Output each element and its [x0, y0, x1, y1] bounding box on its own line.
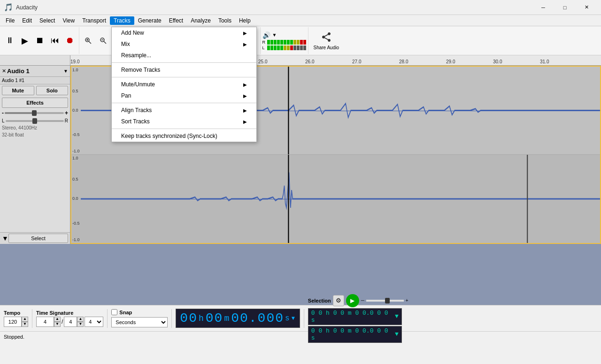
track-dropdown-icon[interactable]: ▼	[63, 68, 68, 74]
mix-arrow: ▶	[243, 42, 247, 47]
menu-analyze[interactable]: Analyze	[187, 16, 215, 25]
gain-slider-thumb[interactable]	[32, 110, 37, 116]
pan-slider-thumb[interactable]	[32, 118, 37, 124]
align-tracks-arrow: ▶	[243, 108, 247, 113]
tracks-dropdown-menu: Add New ▶ Mix ▶ Resample... Remove Track…	[111, 27, 257, 142]
menu-add-new[interactable]: Add New ▶	[112, 27, 256, 38]
time-m: 00	[206, 311, 223, 326]
record-button[interactable]: ⏺	[63, 34, 77, 48]
menu-keep-sync[interactable]: Keep tracks synchronized (Sync-Lock)	[112, 130, 256, 142]
minimize-button[interactable]: ─	[532, 0, 554, 15]
menu-separator-2	[112, 77, 256, 77]
time-m-label: m	[224, 314, 230, 323]
tempo-stepper-buttons: ▲ ▼	[22, 317, 28, 327]
meter-seg	[280, 40, 283, 45]
share-audio-button[interactable]: Share Audio	[310, 30, 343, 52]
zoom-out-button[interactable]	[96, 34, 110, 48]
tempo-input-group: ▲ ▼	[4, 317, 28, 327]
menu-select[interactable]: Select	[36, 16, 59, 25]
menu-tracks[interactable]: Tracks	[110, 16, 134, 25]
time-sig-den-stepper: ▲ ▼	[77, 317, 84, 327]
selection-slider-thumb[interactable]	[385, 298, 390, 303]
time-sig-den-dropdown[interactable]: 4 8 16	[85, 317, 103, 327]
menu-mute-unmute[interactable]: Mute/Unmute ▶	[112, 79, 256, 90]
sort-tracks-label: Sort Tracks	[121, 118, 150, 125]
mix-label: Mix	[121, 41, 130, 47]
skip-start-button[interactable]: ⏮	[48, 34, 62, 48]
maximize-button[interactable]: □	[554, 0, 576, 15]
time-h: 00	[180, 311, 198, 326]
svg-line-1	[89, 41, 91, 44]
time-dropdown-arrow[interactable]: ▼	[292, 315, 296, 322]
mute-unmute-arrow: ▶	[243, 82, 247, 87]
svg-line-5	[104, 41, 106, 44]
effects-button[interactable]: Effects	[2, 98, 68, 108]
selection-start-display[interactable]: 0 0 h 0 0 m 0 0.0 0 0 s ▼	[308, 308, 402, 325]
selection-minus-label: ─	[361, 298, 364, 303]
sel-end-text: 0 0 h 0 0 m 0 0.0 0 0 s	[311, 327, 395, 341]
ruler-label: 31.0	[540, 59, 549, 64]
snap-unit-dropdown[interactable]: Seconds Beats Measures	[111, 317, 168, 327]
meter-seg	[300, 46, 303, 50]
sel-start-arrow[interactable]: ▼	[395, 313, 399, 320]
menu-edit[interactable]: Edit	[18, 16, 36, 25]
menu-remove-tracks[interactable]: Remove Tracks	[112, 64, 256, 76]
y-label-m1: -1.0	[72, 149, 80, 153]
track-collapse-icon[interactable]: ▼	[2, 235, 8, 242]
status-bar: Stopped.	[0, 331, 601, 341]
track-close-icon[interactable]: ✕	[2, 68, 6, 74]
ruler-label: 28.0	[399, 59, 408, 64]
meter-seg	[287, 46, 290, 50]
meter-seg	[290, 40, 293, 45]
time-ms: .000	[249, 311, 284, 326]
play-button[interactable]: ▶	[18, 34, 32, 48]
menu-help[interactable]: Help	[235, 16, 254, 25]
tempo-input[interactable]	[4, 317, 22, 327]
time-sig-den-up[interactable]: ▲	[77, 317, 84, 322]
snap-label: Snap	[119, 310, 132, 315]
menu-tools[interactable]: Tools	[215, 16, 235, 25]
menu-view[interactable]: View	[59, 16, 78, 25]
snap-checkbox[interactable]	[111, 309, 117, 315]
zoom-in-button[interactable]	[81, 34, 95, 48]
selection-play-button[interactable]: ▶	[346, 294, 359, 307]
app-icon: 🎵	[4, 3, 13, 12]
time-sig-num-down[interactable]: ▼	[54, 322, 61, 327]
tempo-up-button[interactable]: ▲	[22, 317, 28, 322]
selection-end-display[interactable]: 0 0 h 0 0 m 0 0.0 0 0 s ▼	[308, 326, 402, 343]
separator-3	[171, 309, 172, 328]
time-display-section: 00 h 00 m 00 .000 s ▼	[176, 309, 300, 328]
menu-resample[interactable]: Resample...	[112, 50, 256, 61]
solo-button[interactable]: Solo	[36, 86, 69, 95]
close-button[interactable]: ✕	[576, 0, 597, 15]
add-new-label: Add New	[121, 30, 144, 36]
menu-file[interactable]: File	[2, 16, 18, 25]
selection-settings-button[interactable]: ⚙	[333, 295, 344, 306]
time-display[interactable]: 00 h 00 m 00 .000 s ▼	[176, 309, 300, 328]
y-label-m05-lower: -0.5	[72, 221, 80, 226]
select-button[interactable]: Select	[8, 234, 68, 243]
stop-button[interactable]: ⏹	[33, 34, 47, 48]
add-new-arrow: ▶	[243, 30, 247, 36]
menu-align-tracks[interactable]: Align Tracks ▶	[112, 105, 256, 116]
tempo-down-button[interactable]: ▼	[22, 322, 28, 327]
transport-controls: ⏸ ▶ ⏹ ⏮ ⏺	[1, 27, 79, 54]
menu-effect[interactable]: Effect	[165, 16, 187, 25]
menubar: File Edit Select View Transport Tracks G…	[0, 15, 601, 26]
mute-unmute-label: Mute/Unmute	[121, 81, 155, 88]
time-sig-num-up[interactable]: ▲	[54, 317, 61, 322]
time-sig-den-down[interactable]: ▼	[77, 322, 84, 327]
menu-pan[interactable]: Pan ▶	[112, 90, 256, 101]
pause-button[interactable]: ⏸	[3, 34, 17, 48]
time-sig-den-input[interactable]	[64, 317, 77, 327]
menu-transport[interactable]: Transport	[78, 16, 110, 25]
time-sig-num-group: ▲ ▼	[36, 317, 61, 327]
time-sig-num-input[interactable]	[36, 317, 54, 327]
menu-sort-tracks[interactable]: Sort Tracks ▶	[112, 116, 256, 127]
menu-mix[interactable]: Mix ▶	[112, 38, 256, 50]
output-dropdown-arrow[interactable]: ▼	[272, 32, 277, 38]
menu-generate[interactable]: Generate	[134, 16, 165, 25]
sel-end-arrow[interactable]: ▼	[395, 331, 399, 338]
meter-seg	[270, 40, 273, 45]
mute-button[interactable]: Mute	[2, 86, 34, 95]
